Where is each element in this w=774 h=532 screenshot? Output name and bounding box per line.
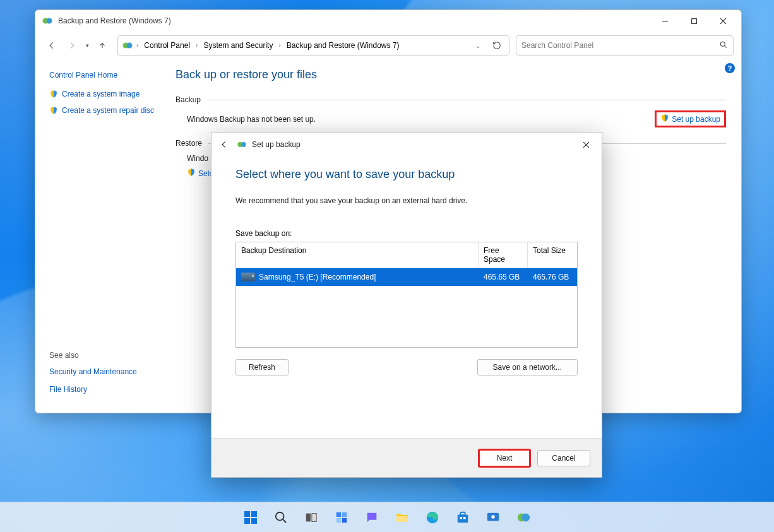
sidebar: Control Panel Home Create a system image…	[35, 59, 167, 413]
minimize-button[interactable]	[650, 11, 679, 30]
see-also-label: See also	[49, 351, 158, 360]
control-panel-home-link[interactable]: Control Panel Home	[49, 71, 158, 80]
window-titlebar: Backup and Restore (Windows 7)	[35, 10, 741, 32]
dialog-close-button[interactable]	[571, 134, 600, 155]
shield-icon	[49, 90, 58, 98]
sidebar-item-create-repair-disc[interactable]: Create a system repair disc	[49, 106, 158, 115]
svg-rect-24	[336, 517, 341, 522]
divider	[207, 100, 726, 100]
svg-point-7	[127, 43, 133, 49]
svg-rect-29	[460, 512, 465, 515]
destination-name: Samsung_T5 (E:) [Recommended]	[259, 273, 376, 281]
store-icon[interactable]	[450, 505, 475, 530]
file-explorer-icon[interactable]	[390, 505, 415, 530]
svg-rect-22	[336, 512, 341, 516]
svg-rect-26	[396, 516, 408, 522]
breadcrumb-chevron-icon: ›	[278, 42, 281, 49]
svg-line-9	[724, 45, 726, 47]
svg-rect-23	[342, 512, 347, 516]
free-space-value: 465.65 GB	[479, 273, 528, 281]
dialog-recommend-text: We recommend that you save your backup o…	[235, 196, 578, 205]
refresh-button[interactable]: Refresh	[235, 359, 289, 375]
set-up-backup-label: Set up backup	[672, 115, 720, 124]
svg-rect-21	[312, 513, 316, 521]
svg-point-11	[241, 142, 246, 147]
svg-rect-16	[244, 518, 250, 524]
start-button[interactable]	[238, 505, 263, 530]
task-view-icon[interactable]	[299, 505, 324, 530]
cancel-button[interactable]: Cancel	[537, 450, 590, 466]
svg-rect-17	[251, 518, 257, 524]
svg-line-19	[283, 519, 287, 523]
shield-icon	[660, 114, 669, 124]
nav-history-dropdown[interactable]: ▾	[83, 42, 91, 49]
restore-status-text: Windo	[187, 154, 208, 163]
svg-rect-25	[342, 517, 347, 522]
svg-point-18	[276, 512, 284, 520]
search-icon[interactable]	[268, 505, 294, 530]
search-input[interactable]	[521, 41, 715, 50]
sidebar-item-label: Create a system image	[62, 90, 140, 98]
nav-back-button[interactable]	[43, 37, 61, 54]
taskbar	[0, 502, 774, 532]
setup-backup-dialog: Set up backup Select where you want to s…	[211, 132, 602, 478]
nav-row: ▾ › Control Panel › System and Security …	[35, 32, 741, 59]
widgets-icon[interactable]	[329, 505, 354, 530]
svg-point-1	[47, 18, 52, 24]
svg-rect-31	[463, 517, 466, 519]
svg-rect-28	[458, 514, 468, 523]
see-also-security[interactable]: Security and Maintenance	[49, 367, 158, 376]
app-icon	[42, 15, 53, 27]
search-box[interactable]	[516, 35, 734, 56]
nav-forward-button[interactable]	[63, 37, 81, 54]
see-also-file-history[interactable]: File History	[49, 385, 158, 394]
breadcrumb-chevron-icon: ›	[195, 42, 198, 49]
address-bar[interactable]: › Control Panel › System and Security › …	[117, 35, 509, 56]
table-row[interactable]: Samsung_T5 (E:) [Recommended] 465.65 GB …	[236, 268, 577, 286]
save-on-network-button[interactable]: Save on a network...	[477, 359, 578, 375]
svg-point-8	[720, 42, 725, 46]
backup-status-text: Windows Backup has not been set up.	[187, 115, 316, 124]
settings-app-icon[interactable]	[480, 505, 506, 530]
close-button[interactable]	[708, 11, 737, 30]
next-button[interactable]: Next	[478, 449, 531, 468]
sidebar-item-create-system-image[interactable]: Create a system image	[49, 90, 158, 98]
destination-table[interactable]: Backup Destination Free Space Total Size…	[235, 242, 578, 348]
search-icon	[719, 40, 728, 51]
dialog-body: Select where you want to save your backu…	[211, 157, 602, 438]
edge-icon[interactable]	[420, 505, 445, 530]
dialog-heading: Select where you want to save your backu…	[235, 168, 578, 181]
restore-section-label: Restore	[176, 139, 202, 148]
col-total-size[interactable]: Total Size	[528, 242, 577, 268]
breadcrumb-item[interactable]: Backup and Restore (Windows 7)	[284, 40, 402, 51]
backup-tool-icon[interactable]	[511, 505, 536, 530]
svg-rect-30	[460, 517, 462, 519]
save-backup-label: Save backup on:	[235, 229, 578, 238]
table-header: Backup Destination Free Space Total Size	[236, 242, 577, 268]
sidebar-item-label: Create a system repair disc	[62, 106, 154, 115]
dialog-app-icon	[237, 139, 247, 150]
col-free-space[interactable]: Free Space	[479, 242, 528, 268]
dialog-titlebar: Set up backup	[211, 133, 602, 157]
drive-icon	[241, 273, 255, 281]
chat-icon[interactable]	[359, 505, 384, 530]
set-up-backup-link[interactable]: Set up backup	[655, 110, 726, 127]
refresh-button[interactable]	[489, 37, 505, 54]
address-icon	[122, 40, 133, 51]
maximize-button[interactable]	[679, 11, 708, 30]
backup-section-label: Backup	[176, 95, 201, 104]
address-dropdown[interactable]: ⌄	[470, 37, 486, 54]
dialog-back-button[interactable]	[217, 137, 232, 152]
window-title: Backup and Restore (Windows 7)	[58, 16, 171, 25]
dialog-title: Set up backup	[252, 140, 301, 149]
shield-icon	[187, 168, 196, 179]
svg-rect-14	[244, 511, 250, 517]
nav-up-button[interactable]	[93, 37, 111, 54]
svg-point-33	[491, 515, 495, 519]
breadcrumb-item[interactable]: Control Panel	[141, 40, 193, 51]
svg-rect-15	[251, 511, 257, 517]
svg-rect-20	[306, 513, 311, 521]
breadcrumb-item[interactable]: System and Security	[201, 40, 275, 51]
svg-rect-3	[691, 18, 696, 23]
col-destination[interactable]: Backup Destination	[236, 242, 479, 268]
